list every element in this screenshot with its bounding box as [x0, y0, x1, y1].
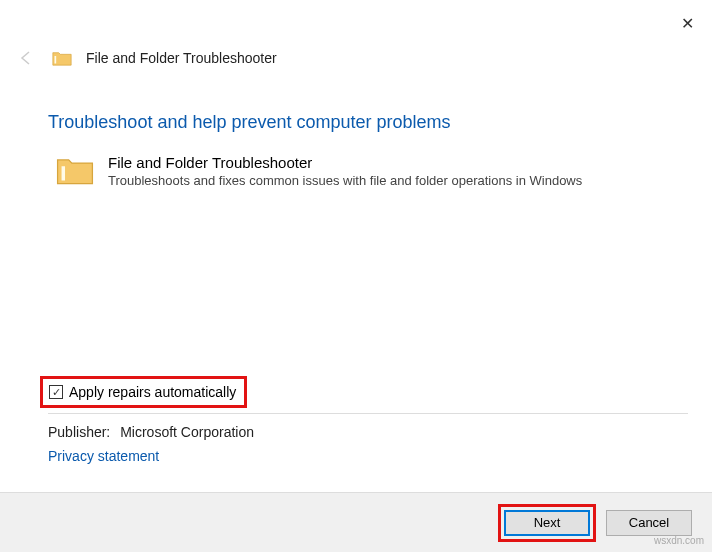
privacy-statement-link[interactable]: Privacy statement	[48, 448, 159, 464]
item-title: File and Folder Troubleshooter	[108, 154, 582, 171]
footer-bar: Next Cancel	[0, 492, 712, 552]
check-icon: ✓	[52, 387, 61, 398]
page-heading: Troubleshoot and help prevent computer p…	[48, 112, 451, 133]
next-button-highlight: Next	[498, 504, 596, 542]
cancel-button[interactable]: Cancel	[606, 510, 692, 536]
publisher-label: Publisher:	[48, 424, 114, 440]
next-button[interactable]: Next	[504, 510, 590, 536]
svg-rect-1	[62, 166, 65, 180]
publisher-value: Microsoft Corporation	[120, 424, 254, 440]
publisher-row: Publisher: Microsoft Corporation	[48, 424, 254, 440]
svg-rect-0	[55, 56, 57, 64]
troubleshooter-item: File and Folder Troubleshooter Troublesh…	[56, 154, 582, 188]
watermark: wsxdn.com	[654, 535, 704, 546]
divider	[48, 413, 688, 414]
apply-repairs-checkbox[interactable]: ✓	[49, 385, 63, 399]
header-row: File and Folder Troubleshooter	[16, 48, 277, 68]
folder-small-icon	[52, 50, 72, 67]
folder-large-icon	[56, 154, 94, 188]
close-icon[interactable]: ✕	[681, 14, 694, 33]
app-title: File and Folder Troubleshooter	[86, 50, 277, 66]
apply-repairs-label: Apply repairs automatically	[69, 384, 236, 400]
back-arrow-icon	[16, 48, 36, 68]
apply-repairs-highlight: ✓ Apply repairs automatically	[40, 376, 247, 408]
item-description: Troubleshoots and fixes common issues wi…	[108, 173, 582, 188]
